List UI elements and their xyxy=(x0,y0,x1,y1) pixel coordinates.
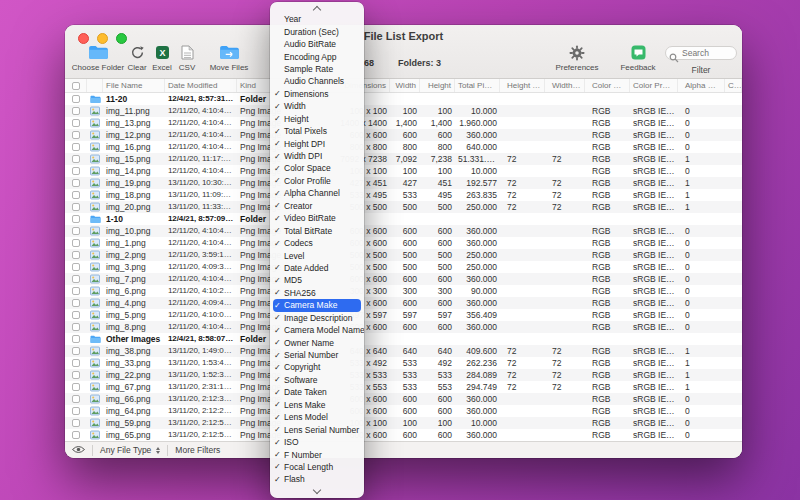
menu-item-color-profile[interactable]: ✓Color Profile xyxy=(270,175,364,187)
menu-item-date-taken[interactable]: ✓Date Taken xyxy=(270,386,364,398)
row-select-cell[interactable] xyxy=(65,129,87,141)
menu-item-focal-length[interactable]: ✓Focal Length xyxy=(270,461,364,473)
menu-item-md5[interactable]: ✓MD5 xyxy=(270,274,364,286)
row-select-cell[interactable] xyxy=(65,165,87,177)
row-select-cell[interactable] xyxy=(65,297,87,309)
folder-row[interactable]: 11-2012/4/21, 8:57:31 PMFolder xyxy=(65,93,742,105)
row-select-cell[interactable] xyxy=(65,213,87,225)
file-row[interactable]: img_64.png13/11/20, 2:12:26 PMPng Image6… xyxy=(65,405,742,417)
menu-item-sha256[interactable]: ✓SHA256 xyxy=(270,287,364,299)
menu-item-copyright[interactable]: ✓Copyright xyxy=(270,361,364,373)
column-header-modified[interactable]: Date Modified xyxy=(165,79,237,92)
file-row[interactable]: img_20.png13/11/20, 11:33:25 AMPng Image… xyxy=(65,201,742,213)
menu-item-encoding-app[interactable]: Encoding App xyxy=(270,50,364,62)
file-row[interactable]: img_8.png12/11/20, 4:10:43 PMPng Image60… xyxy=(65,321,742,333)
folder-row[interactable]: 1-1012/4/21, 8:57:09 PMFolder xyxy=(65,213,742,225)
row-checkbox[interactable] xyxy=(72,383,80,391)
row-checkbox[interactable] xyxy=(72,155,80,163)
menu-item-duration-sec[interactable]: Duration (Sec) xyxy=(270,25,364,37)
menu-item-f-number[interactable]: ✓F Number xyxy=(270,448,364,460)
toggle-visibility-button[interactable] xyxy=(65,442,92,458)
row-checkbox[interactable] xyxy=(72,251,80,259)
row-checkbox[interactable] xyxy=(72,371,80,379)
menu-item-lens-make[interactable]: ✓Lens Make xyxy=(270,399,364,411)
row-checkbox[interactable] xyxy=(72,239,80,247)
menu-item-height-dpi[interactable]: ✓Height DPI xyxy=(270,137,364,149)
row-checkbox[interactable] xyxy=(72,335,80,343)
menu-item-dimensions[interactable]: ✓Dimensions xyxy=(270,88,364,100)
menu-item-year[interactable]: Year xyxy=(270,13,364,25)
row-select-cell[interactable] xyxy=(65,249,87,261)
file-row[interactable]: img_12.png12/11/20, 4:10:46 PMPng Image6… xyxy=(65,129,742,141)
row-checkbox[interactable] xyxy=(72,119,80,127)
column-header-name[interactable]: File Name xyxy=(103,79,165,92)
row-select-cell[interactable] xyxy=(65,237,87,249)
row-checkbox[interactable] xyxy=(72,299,80,307)
row-select-cell[interactable] xyxy=(65,333,87,345)
menu-item-width-dpi[interactable]: ✓Width DPI xyxy=(270,150,364,162)
menu-item-codecs[interactable]: ✓Codecs xyxy=(270,237,364,249)
file-row[interactable]: img_16.png12/11/20, 4:10:46 PMPng Image8… xyxy=(65,141,742,153)
menu-item-total-bitrate[interactable]: ✓Total BitRate xyxy=(270,224,364,236)
menu-item-camera-model-name[interactable]: ✓Camera Model Name xyxy=(270,324,364,336)
more-filters-button[interactable]: More Filters xyxy=(168,442,227,458)
row-select-cell[interactable] xyxy=(65,369,87,381)
column-header-height[interactable]: Height xyxy=(420,79,455,92)
row-checkbox[interactable] xyxy=(72,263,80,271)
file-row[interactable]: img_1.png12/11/20, 4:10:44 PMPng Image60… xyxy=(65,237,742,249)
row-checkbox[interactable] xyxy=(72,323,80,331)
select-all-checkbox[interactable] xyxy=(72,82,80,90)
menu-item-lens-serial-number[interactable]: ✓Lens Serial Number xyxy=(270,423,364,435)
menu-item-serial-number[interactable]: ✓Serial Number xyxy=(270,349,364,361)
file-row[interactable]: img_18.png13/11/20, 11:09:54 AMPng Image… xyxy=(65,189,742,201)
menu-item-color-space[interactable]: ✓Color Space xyxy=(270,162,364,174)
preferences-button[interactable]: Preferences xyxy=(547,44,607,72)
row-select-cell[interactable] xyxy=(65,381,87,393)
menu-item-total-pixels[interactable]: ✓Total Pixels xyxy=(270,125,364,137)
file-row[interactable]: img_65.png13/11/20, 2:12:59 PMPng Image6… xyxy=(65,429,742,441)
row-checkbox[interactable] xyxy=(72,191,80,199)
row-checkbox[interactable] xyxy=(72,347,80,355)
row-checkbox[interactable] xyxy=(72,227,80,235)
row-select-cell[interactable] xyxy=(65,177,87,189)
file-row[interactable]: img_3.png12/11/20, 4:09:38 PMPng Image50… xyxy=(65,261,742,273)
row-select-cell[interactable] xyxy=(65,309,87,321)
menu-item-image-description[interactable]: ✓Image Description xyxy=(270,312,364,324)
row-checkbox[interactable] xyxy=(72,95,80,103)
row-checkbox[interactable] xyxy=(72,179,80,187)
menu-item-flash[interactable]: ✓Flash xyxy=(270,473,364,485)
feedback-button[interactable]: Feedback xyxy=(613,44,663,72)
row-select-cell[interactable] xyxy=(65,321,87,333)
row-checkbox[interactable] xyxy=(72,107,80,115)
menu-item-owner-name[interactable]: ✓Owner Name xyxy=(270,336,364,348)
file-row[interactable]: img_19.png13/11/20, 10:30:48 AMPng Image… xyxy=(65,177,742,189)
row-checkbox[interactable] xyxy=(72,287,80,295)
file-row[interactable]: img_10.png12/11/20, 4:10:44 PMPng Image6… xyxy=(65,225,742,237)
file-row[interactable]: img_67.png13/11/20, 2:31:10 PMPng Image5… xyxy=(65,381,742,393)
menu-item-software[interactable]: ✓Software xyxy=(270,374,364,386)
row-select-cell[interactable] xyxy=(65,153,87,165)
file-row[interactable]: img_38.png13/11/20, 1:49:09 PMPng Image6… xyxy=(65,345,742,357)
row-checkbox[interactable] xyxy=(72,419,80,427)
menu-item-lens-model[interactable]: ✓Lens Model xyxy=(270,411,364,423)
file-row[interactable]: img_33.png13/11/20, 1:53:49 PMPng Image5… xyxy=(65,357,742,369)
row-checkbox[interactable] xyxy=(72,395,80,403)
column-header-width[interactable]: Width xyxy=(390,79,420,92)
file-row[interactable]: img_13.png12/11/20, 4:10:46 PMPng Image1… xyxy=(65,117,742,129)
row-checkbox[interactable] xyxy=(72,431,80,439)
row-select-cell[interactable] xyxy=(65,201,87,213)
row-select-cell[interactable] xyxy=(65,429,87,441)
search-input[interactable] xyxy=(665,46,737,60)
csv-export-button[interactable]: CSV xyxy=(173,44,201,72)
row-checkbox[interactable] xyxy=(72,203,80,211)
column-header-height_dpi[interactable]: Height DPI xyxy=(500,79,545,92)
column-header-creator[interactable]: Creator xyxy=(725,79,742,92)
row-select-cell[interactable] xyxy=(65,189,87,201)
row-checkbox[interactable] xyxy=(72,311,80,319)
menu-item-camera-make[interactable]: ✓Camera Make xyxy=(273,299,361,311)
file-row[interactable]: img_2.png12/11/20, 3:59:10 PMPng Image50… xyxy=(65,249,742,261)
file-row[interactable]: img_7.png12/11/20, 4:10:42 PMPng Image60… xyxy=(65,273,742,285)
row-checkbox[interactable] xyxy=(72,275,80,283)
menu-item-video-bitrate[interactable]: ✓Video BitRate xyxy=(270,212,364,224)
column-header-alpha[interactable]: Alpha Channel xyxy=(678,79,725,92)
